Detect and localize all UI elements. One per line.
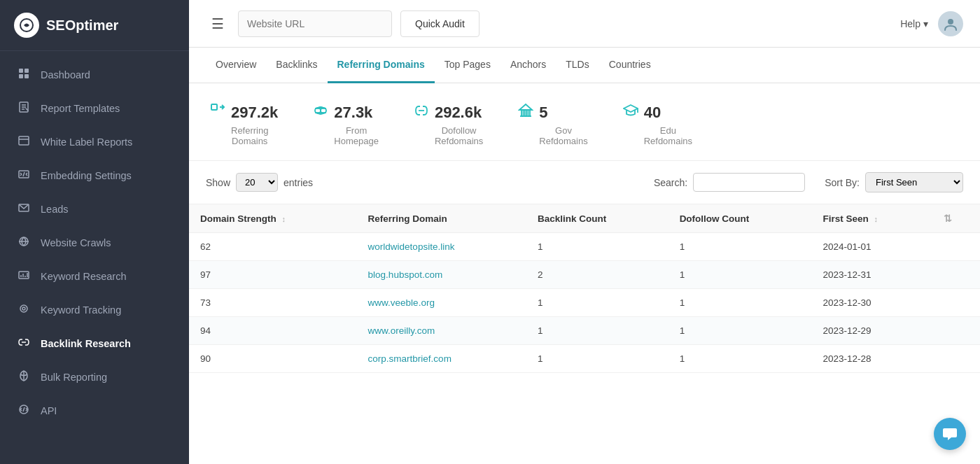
sidebar-item-keyword-research[interactable]: Keyword Research [0, 260, 189, 293]
sidebar-item-keyword-tracking[interactable]: Keyword Tracking [0, 293, 189, 327]
cell-referring-domain[interactable]: www.veeble.org [357, 289, 526, 317]
sort-arrow-icon: ↕ [874, 215, 878, 223]
svg-line-16 [23, 172, 24, 176]
dashboard-icon [17, 68, 31, 82]
col-header-first-seen[interactable]: First Seen ↕ [812, 204, 932, 233]
cell-dofollow-count: 1 [668, 289, 812, 317]
help-chevron-icon: ▾ [923, 18, 928, 29]
sidebar-item-api[interactable]: API [0, 394, 189, 428]
search-label: Search: [654, 177, 687, 188]
svg-rect-4 [24, 74, 29, 78]
domain-link[interactable]: www.oreilly.com [368, 325, 435, 336]
tab-countries[interactable]: Countries [599, 48, 661, 83]
stat-label-dofollow-refdomains: DofollowRefdomains [414, 125, 483, 146]
stat-value-from-homepage: 27.3k [313, 103, 372, 122]
tab-top-pages[interactable]: Top Pages [435, 48, 500, 83]
col-header-dofollow-count: Dofollow Count [668, 204, 812, 233]
entries-select[interactable]: 102050100 [236, 173, 278, 192]
cell-referring-domain[interactable]: corp.smartbrief.com [357, 345, 526, 373]
svg-point-25 [20, 305, 27, 312]
cell-referring-domain[interactable]: www.oreilly.com [357, 317, 526, 345]
bulk-reporting-icon [17, 370, 31, 384]
svg-line-13 [20, 174, 22, 176]
cell-extra [932, 345, 980, 373]
sidebar-item-dashboard[interactable]: Dashboard [0, 58, 189, 92]
quick-audit-button[interactable]: Quick Audit [400, 10, 479, 37]
content-area: OverviewBacklinksReferring DomainsTop Pa… [189, 48, 980, 464]
entries-label: entries [284, 177, 313, 188]
cell-first-seen: 2023-12-29 [812, 317, 932, 345]
tab-overview[interactable]: Overview [206, 48, 266, 83]
stat-label-gov-refdomains: GovRefdomains [518, 125, 587, 146]
stat-value-referring-domains: 297.2k [210, 103, 278, 122]
cell-backlink-count: 1 [526, 345, 668, 373]
cell-dofollow-count: 1 [668, 317, 812, 345]
col-header-filter[interactable]: ⇅ [932, 204, 980, 233]
svg-point-31 [948, 19, 953, 24]
sidebar-item-report-templates[interactable]: Report Templates [0, 92, 189, 125]
search-input[interactable] [693, 173, 805, 192]
stat-from-homepage: 27.3k FromHomepage [313, 103, 379, 146]
keyword-research-icon [17, 269, 31, 283]
sidebar-item-backlink-research[interactable]: Backlink Research [0, 327, 189, 360]
svg-line-15 [26, 174, 27, 176]
help-button[interactable]: Help ▾ [900, 18, 928, 29]
sidebar-item-website-crawls[interactable]: Website Crawls [0, 226, 189, 260]
user-avatar[interactable] [938, 11, 963, 36]
table-header-row: Domain Strength ↕Referring DomainBacklin… [189, 204, 980, 233]
sidebar-item-bulk-reporting[interactable]: Bulk Reporting [0, 360, 189, 394]
backlink-research-icon [17, 337, 31, 351]
sidebar-label-keyword-tracking: Keyword Tracking [41, 304, 121, 316]
sidebar-item-embedding-settings[interactable]: Embedding Settings [0, 159, 189, 192]
table-row: 94 www.oreilly.com 1 1 2023-12-29 [189, 317, 980, 345]
from-homepage-icon [313, 103, 328, 122]
tab-anchors[interactable]: Anchors [500, 48, 556, 83]
sidebar-label-api: API [41, 405, 57, 416]
chat-bubble[interactable] [934, 418, 966, 450]
sidebar-item-white-label-reports[interactable]: White Label Reports [0, 125, 189, 159]
stat-referring-domains: 297.2k ReferringDomains [210, 103, 278, 146]
sidebar-label-dashboard: Dashboard [41, 69, 90, 80]
search-area: Search: [654, 173, 805, 192]
referring-domains-icon [210, 103, 225, 122]
cell-referring-domain[interactable]: worldwidetopsite.link [357, 233, 526, 261]
sidebar-item-leads[interactable]: Leads [0, 192, 189, 226]
sidebar-label-white-label-reports: White Label Reports [41, 136, 132, 148]
show-label: Show [206, 177, 230, 188]
sidebar-label-report-templates: Report Templates [41, 103, 120, 114]
logo-icon [14, 13, 39, 38]
col-header-domain-strength[interactable]: Domain Strength ↕ [189, 204, 357, 233]
cell-extra [932, 261, 980, 289]
leads-icon [17, 202, 31, 216]
url-input[interactable] [238, 10, 392, 37]
cell-backlink-count: 1 [526, 289, 668, 317]
sort-select[interactable]: First SeenDomain StrengthBacklink CountD… [865, 172, 963, 192]
cell-extra [932, 233, 980, 261]
cell-domain-strength: 97 [189, 261, 357, 289]
cell-extra [932, 317, 980, 345]
domain-link[interactable]: worldwidetopsite.link [368, 241, 455, 252]
edu-refdomains-icon [623, 103, 638, 122]
cell-referring-domain[interactable]: blog.hubspot.com [357, 261, 526, 289]
domain-link[interactable]: www.veeble.org [368, 297, 435, 308]
gov-refdomains-icon [518, 103, 533, 122]
sidebar-label-backlink-research: Backlink Research [41, 338, 131, 349]
report-templates-icon [17, 101, 31, 115]
svg-rect-41 [528, 110, 531, 116]
svg-marker-42 [519, 104, 532, 110]
domain-link[interactable]: corp.smartbrief.com [368, 353, 451, 364]
hamburger-button[interactable]: ☰ [206, 13, 230, 35]
tab-tlds[interactable]: TLDs [556, 48, 598, 83]
tab-backlinks[interactable]: Backlinks [266, 48, 327, 83]
sort-label: Sort By: [825, 177, 860, 188]
sidebar-logo: SEOptimer [0, 0, 189, 51]
tab-referring-domains[interactable]: Referring Domains [328, 48, 435, 83]
stat-label-referring-domains: ReferringDomains [210, 125, 268, 146]
cell-first-seen: 2024-01-01 [812, 233, 932, 261]
cell-first-seen: 2023-12-30 [812, 289, 932, 317]
domain-link[interactable]: blog.hubspot.com [368, 269, 443, 280]
table-body: 62 worldwidetopsite.link 1 1 2024-01-01 … [189, 233, 980, 373]
cell-backlink-count: 1 [526, 233, 668, 261]
stat-label-edu-refdomains: EduRefdomains [623, 125, 692, 146]
topbar-right: Help ▾ [900, 11, 963, 36]
